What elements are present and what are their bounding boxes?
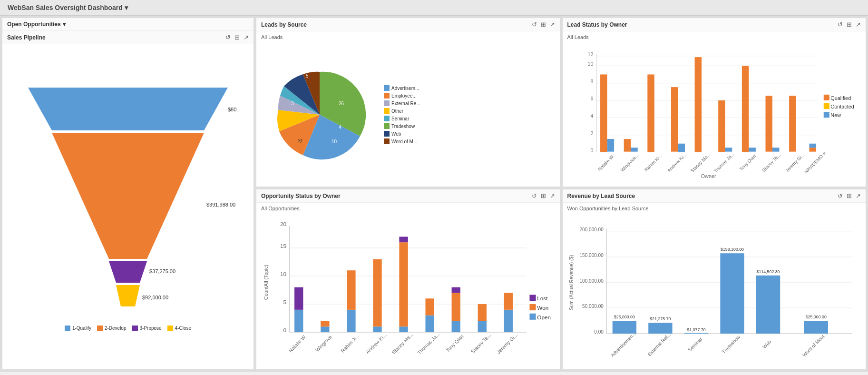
ry-axis-label: Sum (Actual Revenue) ($) <box>568 255 574 310</box>
x-natalie: Natalie W. <box>596 153 615 172</box>
rev-external-label: $21,275.70 <box>650 317 671 322</box>
leads-source-subtitle: All Leads <box>256 31 560 43</box>
leads-refresh-icon[interactable]: ↺ <box>532 21 537 28</box>
pie-chart-container: 26 10 22 4 5 3 Advertisem... Employee... <box>260 62 556 167</box>
develop-color <box>97 326 103 331</box>
open-opps-header: Open Opportunities ▾ <box>2 18 254 31</box>
natalie-lost <box>294 287 303 310</box>
dashboard: Open Opportunities ▾ Sales Pipeline ↺ ⊞ … <box>0 16 868 372</box>
ox-wingrove: Wingrove <box>314 335 333 353</box>
os-grid-icon[interactable]: ⊞ <box>541 192 546 199</box>
sales-pipeline-icons: ↺ ⊞ ↗ <box>225 34 249 41</box>
leads-expand-icon[interactable]: ↗ <box>550 21 555 28</box>
ox-natalie: Natalie W. <box>288 334 308 354</box>
top-bar: WebSan Sales Oversight Dashboard ▾ <box>0 0 868 16</box>
bar-staceym-q <box>694 57 702 152</box>
slice-label-10b: 10 <box>332 139 337 144</box>
rev-grid-icon[interactable]: ⊞ <box>847 192 852 199</box>
svg-text:0: 0 <box>283 327 286 334</box>
bar-natalie-n <box>607 139 614 152</box>
legend-tradeshow: Tradeshow <box>384 123 420 129</box>
refresh-icon[interactable]: ↺ <box>225 34 231 41</box>
advert-color <box>384 85 390 91</box>
ls-refresh-icon[interactable]: ↺ <box>838 21 843 28</box>
legend-other: Other <box>384 108 420 114</box>
bar-rahim-q <box>647 74 654 152</box>
qualify-label-text: 1-Qualify <box>72 326 91 331</box>
slice-label-3: 3 <box>291 101 294 106</box>
ls-expand-icon[interactable]: ↗ <box>856 21 861 28</box>
rev-tradeshow <box>720 254 744 334</box>
ox-andrew: Andrew Ki... <box>365 332 388 355</box>
bar-wingrove-n <box>631 148 638 151</box>
opp-status-chart: 0 5 10 15 20 <box>258 216 558 367</box>
rev-web <box>756 276 780 334</box>
slice-label-5: 5 <box>306 73 309 79</box>
x-staceym: Stacey Ma... <box>689 152 711 174</box>
grid-icon[interactable]: ⊞ <box>234 34 240 41</box>
leads-source-title: Leads by Source <box>261 21 307 28</box>
legend-close: 4-Close <box>167 326 191 331</box>
title-chevron[interactable]: ▾ <box>125 4 128 11</box>
os-refresh-icon[interactable]: ↺ <box>532 192 537 199</box>
ox-thomas: Thomas Ja... <box>417 332 441 356</box>
svg-text:100,000.00: 100,000.00 <box>579 278 604 284</box>
leads-grid-icon[interactable]: ⊞ <box>541 21 546 28</box>
open-opps-filter-label: Open Opportunities <box>7 21 61 28</box>
rev-refresh-icon[interactable]: ↺ <box>838 192 843 199</box>
rev-web-label: $114,502.30 <box>756 269 780 274</box>
x-tony: Tony Qian <box>738 153 757 172</box>
close-color <box>167 326 173 331</box>
expand-icon[interactable]: ↗ <box>244 34 249 41</box>
rahim-open <box>347 310 355 332</box>
revenue-icons: ↺ ⊞ ↗ <box>838 192 861 199</box>
develop-label-text: 2-Develop <box>105 326 127 331</box>
employee-label: Employee... <box>391 93 417 99</box>
bar-tony-n <box>749 148 756 151</box>
ox-staceyt: Stacey Te... <box>470 333 492 355</box>
develop-label: $391,988.00 <box>206 202 235 207</box>
oleg-won-text: Won <box>537 305 548 311</box>
bar-jeremy-q <box>789 96 796 151</box>
bar-tony-q <box>741 66 749 152</box>
sales-pipeline-title: Sales Pipeline <box>7 34 46 41</box>
rx-tradeshow: Tradeshow <box>721 334 741 355</box>
leads-source-content: 26 10 22 4 5 3 Advertisem... Employee... <box>256 43 560 187</box>
propose-label-text: 3-Propose <box>140 326 162 331</box>
rx-seminar: Seminar <box>687 336 703 353</box>
x-jeremy: Jeremy Gi... <box>784 152 805 173</box>
legend-new-color <box>823 112 829 118</box>
legend-advert: Advertisem... <box>384 85 420 91</box>
qualify-color <box>65 326 70 331</box>
bar-nav-q <box>809 148 816 151</box>
oleg-won <box>529 304 536 310</box>
ox-rahim: Rahim Ji... <box>340 334 361 354</box>
revenue-panel: Revenue by Lead Source ↺ ⊞ ↗ Won Opportu… <box>562 189 867 370</box>
andrew-won <box>373 259 381 327</box>
thomas-open <box>425 316 434 332</box>
thomas-won <box>425 299 434 316</box>
rev-expand-icon[interactable]: ↗ <box>856 192 861 199</box>
svg-text:15: 15 <box>280 243 287 249</box>
rx-web: Web <box>761 339 772 350</box>
leads-source-header: Leads by Source ↺ ⊞ ↗ <box>256 18 560 31</box>
employee-color <box>384 93 390 99</box>
tradeshow-color <box>384 123 390 129</box>
bar-natalie-q <box>600 74 607 152</box>
os-expand-icon[interactable]: ↗ <box>550 192 555 199</box>
legend-contacted-color <box>823 103 829 109</box>
slice-label-26: 26 <box>339 101 344 106</box>
svg-text:50,000.00: 50,000.00 <box>582 304 604 309</box>
ls-grid-icon[interactable]: ⊞ <box>847 21 852 28</box>
open-opps-filter[interactable]: Open Opportunities ▾ <box>7 21 66 28</box>
svg-text:2: 2 <box>590 130 593 136</box>
ox-jeremy: Jeremy Gi... <box>496 332 519 355</box>
filter-chevron[interactable]: ▾ <box>63 21 66 28</box>
legend-qualify: 1-Qualify <box>65 326 91 331</box>
other-color <box>384 108 390 114</box>
propose-color <box>132 326 138 331</box>
funnel-close <box>116 285 140 306</box>
x-axis-label: Owner <box>701 173 716 179</box>
x-rahim: Rahim Ki... <box>643 153 663 172</box>
x-thomas: Thomas Ja... <box>712 151 735 174</box>
